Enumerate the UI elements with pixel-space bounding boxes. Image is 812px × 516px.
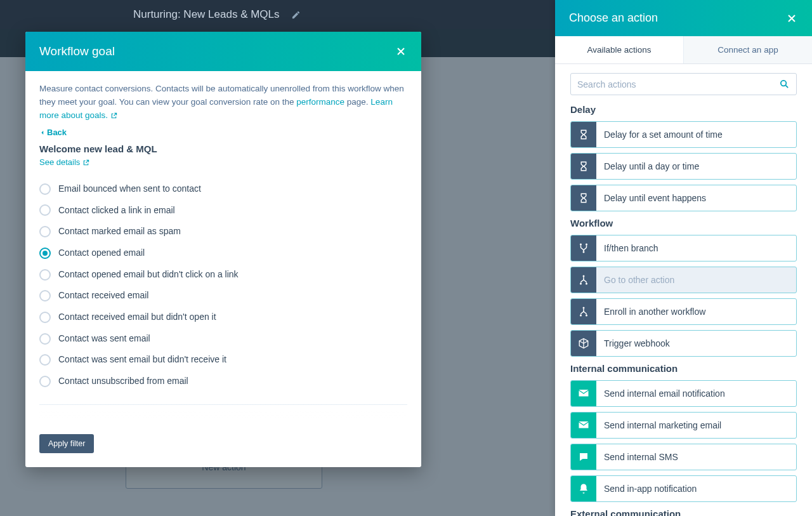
svg-point-4 <box>583 275 585 277</box>
radio-label: Contact clicked a link in email <box>58 204 175 218</box>
radio-icon <box>39 248 51 259</box>
radio-label: Email bounced when sent to contact <box>58 182 201 196</box>
radio-option[interactable]: Contact unsubscribed from email <box>39 371 407 392</box>
radio-icon <box>39 333 51 345</box>
radio-label: Contact opened email but didn't click on… <box>58 268 239 282</box>
radio-option[interactable]: Contact marked email as spam <box>39 221 407 242</box>
action-label: Delay until a day or time <box>596 161 707 171</box>
action-item[interactable]: Enroll in another workflow <box>570 298 797 325</box>
chat-icon <box>571 444 596 470</box>
mail-icon <box>571 381 596 406</box>
radio-icon <box>39 226 51 237</box>
tab-connect-app[interactable]: Connect an app <box>683 36 812 63</box>
hourglass-icon <box>571 122 596 147</box>
svg-point-2 <box>586 244 587 246</box>
cube-icon <box>571 331 596 356</box>
group-label: External communication <box>570 508 797 516</box>
action-label: Send internal SMS <box>596 452 686 462</box>
radio-label: Contact was sent email but didn't receiv… <box>58 353 226 367</box>
radio-option[interactable]: Contact clicked a link in email <box>39 200 407 222</box>
tab-available-actions[interactable]: Available actions <box>555 36 683 63</box>
action-item[interactable]: Delay for a set amount of time <box>570 121 797 148</box>
panel-body: DelayDelay for a set amount of timeDelay… <box>555 64 812 516</box>
svg-point-3 <box>583 251 585 253</box>
panel-header: Choose an action <box>555 0 812 36</box>
branch-icon <box>571 235 596 261</box>
merge-icon <box>571 267 596 293</box>
radio-option[interactable]: Contact received email <box>39 285 407 307</box>
svg-point-0 <box>781 81 787 86</box>
action-label: Trigger webhook <box>596 338 678 348</box>
svg-point-6 <box>586 283 587 285</box>
group-label: Workflow <box>570 218 797 228</box>
action-item[interactable]: Delay until event happens <box>570 185 797 211</box>
search-icon <box>779 79 790 89</box>
action-label: Send in-app notification <box>596 484 704 494</box>
search-actions-wrap[interactable] <box>570 73 797 95</box>
action-item[interactable]: Go to other action <box>570 267 797 293</box>
action-label: Send internal email notification <box>596 388 733 399</box>
svg-point-9 <box>586 315 587 317</box>
radio-icon <box>39 183 51 195</box>
group-label: Internal communication <box>570 363 797 374</box>
bell-icon <box>571 476 596 501</box>
action-label: Delay until event happens <box>596 193 714 203</box>
action-item[interactable]: Send internal SMS <box>570 444 797 470</box>
modal-desc: Measure contact conversions. Contacts wi… <box>39 83 407 122</box>
radio-icon <box>39 376 51 387</box>
action-label: Delay for a set amount of time <box>596 129 730 140</box>
performance-link[interactable]: performance <box>296 97 344 107</box>
svg-point-7 <box>583 307 585 309</box>
radio-option[interactable]: Contact opened email <box>39 242 407 264</box>
scroll-fade <box>39 404 407 418</box>
hourglass-icon <box>571 154 596 179</box>
see-details-link[interactable]: See details <box>39 156 89 169</box>
radio-option[interactable]: Email bounced when sent to contact <box>39 178 407 200</box>
apply-filter-button[interactable]: Apply filter <box>39 434 94 453</box>
action-item[interactable]: Send internal marketing email <box>570 412 797 439</box>
panel-tabs: Available actions Connect an app <box>555 36 812 64</box>
action-item[interactable]: Send in-app notification <box>570 475 797 502</box>
radio-icon <box>39 354 51 366</box>
action-label: Enroll in another workflow <box>596 307 713 317</box>
radio-label: Contact marked email as spam <box>58 225 181 239</box>
panel-title: Choose an action <box>569 11 658 25</box>
modal-footer: Apply filter <box>25 424 421 467</box>
goal-section-title: Welcome new lead & MQL <box>39 142 407 156</box>
radio-option[interactable]: Contact opened email but didn't click on… <box>39 264 407 286</box>
close-icon[interactable] <box>395 45 407 58</box>
group-label: Delay <box>570 104 797 115</box>
action-item[interactable]: Trigger webhook <box>570 330 797 357</box>
radio-label: Contact was sent email <box>58 332 150 346</box>
action-item[interactable]: If/then branch <box>570 235 797 261</box>
modal-body: Measure contact conversions. Contacts wi… <box>25 71 421 424</box>
svg-point-5 <box>580 283 582 285</box>
pencil-icon[interactable] <box>291 10 301 20</box>
radio-icon <box>39 290 51 301</box>
merge-icon <box>571 299 596 324</box>
back-link[interactable]: Back <box>39 126 67 139</box>
radio-option[interactable]: Contact was sent email <box>39 328 407 350</box>
workflow-title: Nurturing: New Leads & MQLs <box>133 8 280 21</box>
action-label: If/then branch <box>596 243 666 253</box>
action-item[interactable]: Delay until a day or time <box>570 153 797 180</box>
radio-icon <box>39 312 51 323</box>
radio-label: Contact unsubscribed from email <box>58 374 188 388</box>
radio-label: Contact received email but didn't open i… <box>58 310 216 324</box>
action-label: Go to other action <box>596 275 682 285</box>
action-label: Send internal marketing email <box>596 420 729 430</box>
radio-label: Contact opened email <box>58 246 145 260</box>
radio-list: Email bounced when sent to contactContac… <box>39 178 407 392</box>
hourglass-icon <box>571 185 596 211</box>
modal-header: Workflow goal <box>25 32 421 71</box>
radio-icon <box>39 204 51 216</box>
search-input[interactable] <box>577 79 779 89</box>
svg-point-8 <box>580 315 582 317</box>
radio-option[interactable]: Contact received email but didn't open i… <box>39 307 407 328</box>
radio-option[interactable]: Contact was sent email but didn't receiv… <box>39 349 407 371</box>
action-item[interactable]: Send internal email notification <box>570 380 797 407</box>
action-panel: Choose an action Available actions Conne… <box>555 0 812 516</box>
svg-point-1 <box>580 244 582 246</box>
radio-icon <box>39 269 51 281</box>
close-icon[interactable] <box>785 12 798 25</box>
